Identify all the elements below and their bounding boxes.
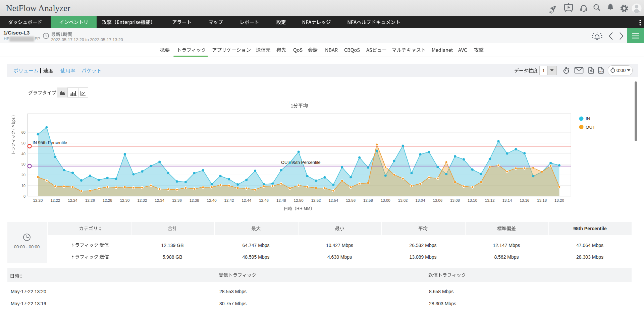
svg-text:47.064 Mbps: 47.064 Mbps (576, 243, 603, 248)
svg-text:50: 50 (21, 141, 25, 145)
svg-text:12:44: 12:44 (241, 198, 251, 202)
svg-text:12:30: 12:30 (120, 198, 130, 202)
svg-text:60: 60 (21, 130, 25, 134)
svg-text:12:42: 12:42 (224, 198, 234, 202)
svg-text:12:54: 12:54 (328, 198, 338, 202)
svg-text:28.303 Mbps: 28.303 Mbps (429, 301, 456, 306)
svg-text:8.658 Mbps: 8.658 Mbps (429, 289, 453, 294)
svg-text:13:02: 13:02 (398, 198, 408, 202)
svg-text:12:58: 12:58 (363, 198, 373, 202)
svg-text:13:10: 13:10 (468, 198, 477, 202)
svg-text:28.303 Mbps: 28.303 Mbps (576, 254, 603, 260)
svg-text:13.089 Mbps: 13.089 Mbps (410, 254, 437, 260)
svg-text:30.757 Mbps: 30.757 Mbps (219, 301, 247, 306)
svg-text:12.139 GB: 12.139 GB (161, 243, 184, 248)
svg-text:12:26: 12:26 (85, 198, 95, 202)
svg-text:13:08: 13:08 (450, 198, 460, 202)
svg-text:12:28: 12:28 (103, 198, 112, 202)
svg-text:12:46: 12:46 (259, 198, 269, 202)
svg-text:13:12: 13:12 (485, 198, 495, 202)
svg-text:10.427 Mbps: 10.427 Mbps (326, 243, 353, 248)
svg-text:12:52: 12:52 (311, 198, 321, 202)
svg-text:40: 40 (21, 152, 25, 156)
svg-text:12:50: 12:50 (294, 198, 304, 202)
svg-text:20: 20 (21, 173, 25, 177)
svg-text:12:56: 12:56 (346, 198, 356, 202)
svg-text:0: 0 (23, 194, 25, 198)
svg-text:13:00: 13:00 (381, 198, 390, 202)
svg-text:10: 10 (21, 184, 25, 188)
svg-text:13:16: 13:16 (520, 198, 529, 202)
svg-text:13:20: 13:20 (554, 198, 564, 202)
svg-text:64.747 Mbps: 64.747 Mbps (243, 243, 270, 248)
svg-text:48.595 Mbps: 48.595 Mbps (243, 254, 270, 260)
svg-text:13:06: 13:06 (433, 198, 442, 202)
svg-text:12:48: 12:48 (276, 198, 286, 202)
svg-text:IN: IN (586, 116, 590, 121)
svg-text:12:22: 12:22 (50, 198, 60, 202)
svg-text:13:04: 13:04 (416, 198, 425, 202)
svg-text:12.147 Mbps: 12.147 Mbps (493, 243, 520, 248)
svg-text:May-17-22 13:19: May-17-22 13:19 (11, 301, 46, 306)
svg-text:IN 95th Percentile: IN 95th Percentile (33, 140, 67, 145)
svg-text:OUT: OUT (586, 125, 595, 130)
svg-text:30: 30 (21, 162, 25, 166)
svg-text:28.553 Mbps: 28.553 Mbps (219, 289, 247, 294)
svg-text:4.630 Mbps: 4.630 Mbps (327, 254, 352, 260)
svg-text:5.988 GB: 5.988 GB (162, 254, 182, 260)
svg-text:26.532 Mbps: 26.532 Mbps (410, 243, 437, 248)
svg-text:12:34: 12:34 (155, 198, 164, 202)
svg-text:8.562 Mbps: 8.562 Mbps (494, 254, 519, 260)
svg-text:12:40: 12:40 (207, 198, 217, 202)
svg-text:12:20: 12:20 (33, 198, 43, 202)
svg-text:OUT 95th Percentile: OUT 95th Percentile (281, 160, 321, 165)
svg-text:May-17-22 13:20: May-17-22 13:20 (11, 289, 46, 294)
svg-text:12:36: 12:36 (172, 198, 182, 202)
svg-text:12:24: 12:24 (68, 198, 77, 202)
svg-text:13:14: 13:14 (502, 198, 512, 202)
svg-text:12:38: 12:38 (190, 198, 199, 202)
svg-text:12:32: 12:32 (138, 198, 147, 202)
svg-text:13:18: 13:18 (537, 198, 547, 202)
